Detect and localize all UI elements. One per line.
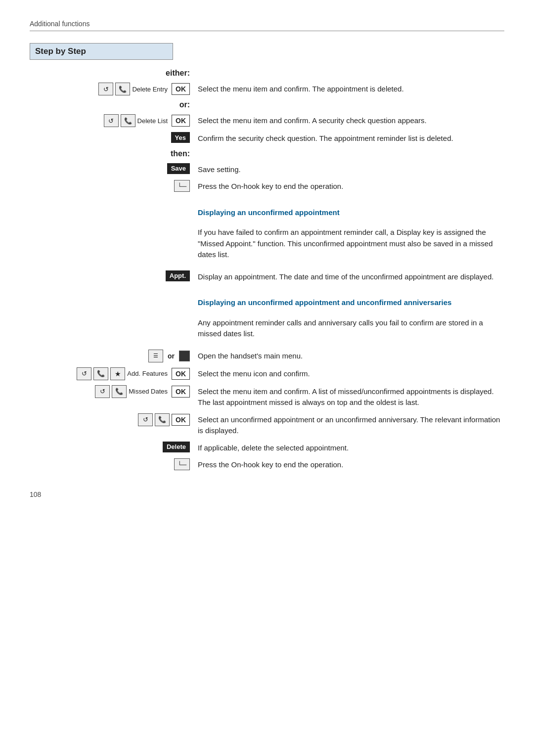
step-by-step-box: Step by Step (30, 43, 173, 60)
left-onhook-1: └─ (30, 180, 198, 192)
right-either (198, 69, 504, 70)
right-onhook-2: Press the On-hook key to end the operati… (198, 458, 504, 471)
right-delete-list: Select the menu item and confirm. A secu… (198, 114, 504, 127)
ctrl-save: Save (167, 163, 190, 174)
left-delete-btn: Delete (30, 442, 198, 452)
handset-icon-3: 📞 (93, 367, 108, 380)
ctrl-onhook-2: └─ (174, 458, 190, 470)
left-either: either: (30, 69, 198, 78)
row-then: then: (30, 149, 504, 158)
add-features-label: Add. Features (127, 370, 168, 377)
heading-unconfirmed: Displaying an unconfirmed appointment (198, 207, 504, 219)
row-delete-list: ↺ 📞 Delete List OK Select the menu item … (30, 114, 504, 127)
left-delete-list: ↺ 📞 Delete List OK (30, 114, 198, 127)
handset-icon-2: 📞 (121, 114, 135, 127)
row-delete-entry: ↺ 📞 Delete Entry OK Select the menu item… (30, 83, 504, 95)
right-appt: Display an appointment. The date and tim… (198, 270, 504, 283)
onhook-icon-2: └─ (174, 458, 190, 470)
phone-icon-2: ↺ (104, 114, 119, 127)
right-yes: Confirm the security check question. The… (198, 132, 504, 144)
body-unconfirmed2: Any appointment reminder calls and anniv… (198, 317, 504, 340)
left-appt: Appt. (30, 270, 198, 281)
ctrl-yes: Yes (171, 132, 190, 143)
right-heading-unconfirmed: Displaying an unconfirmed appointment (198, 204, 504, 222)
right-menu-or: Open the handset's main menu. (198, 350, 504, 362)
row-body-unconfirmed: If you have failed to confirm an appoint… (30, 226, 504, 266)
ctrl-delete-btn: Delete (163, 442, 190, 452)
right-then (198, 149, 504, 150)
right-heading-unconfirmed2: Displaying an unconfirmed appointment an… (198, 294, 504, 311)
left-add-features: ↺ 📞 ★ Add. Features OK (30, 367, 198, 380)
row-onhook-1: └─ Press the On-hook key to end the oper… (30, 180, 504, 192)
right-delete-btn: If applicable, delete the selected appoi… (198, 442, 504, 454)
ok-btn-add-features[interactable]: OK (172, 368, 190, 380)
row-delete-btn: Delete If applicable, delete the selecte… (30, 442, 504, 454)
right-body-unconfirmed2: Any appointment reminder calls and anniv… (198, 316, 504, 345)
ctrl-phone-ok: ↺ 📞 OK (138, 413, 190, 426)
right-add-features: Select the menu icon and confirm. (198, 367, 504, 380)
ctrl-onhook-1: └─ (174, 180, 190, 192)
phone-icon-1: ↺ (98, 83, 113, 95)
phone-icon-4: ↺ (95, 385, 110, 398)
ctrl-appt: Appt. (166, 270, 190, 281)
row-phone-ok: ↺ 📞 OK Select an unconfirmed appointment… (30, 413, 504, 437)
left-or: or: (30, 100, 198, 109)
handset-icon-4: 📞 (112, 385, 127, 398)
square-icon (179, 351, 190, 361)
either-label: either: (30, 69, 190, 78)
row-appt: Appt. Display an appointment. The date a… (30, 270, 504, 283)
ctrl-add-features: ↺ 📞 ★ Add. Features OK (77, 367, 190, 380)
onhook-icon-1: └─ (174, 180, 190, 192)
left-delete-entry: ↺ 📞 Delete Entry OK (30, 83, 198, 95)
left-missed-dates: ↺ 📞 Missed Dates OK (30, 385, 198, 398)
row-menu-or: ☰ or Open the handset's main menu. (30, 350, 504, 362)
delete-list-label: Delete List (137, 117, 168, 125)
row-or: or: (30, 100, 504, 109)
delete-entry-label: Delete Entry (132, 86, 168, 93)
main-content: either: ↺ 📞 Delete Entry OK Select the m… (30, 69, 504, 476)
page-header: Additional functions (30, 20, 504, 28)
right-save: Save setting. (198, 163, 504, 176)
right-delete-entry: Select the menu item and confirm. The ap… (198, 83, 504, 95)
then-label: then: (30, 149, 190, 158)
right-phone-ok: Select an unconfirmed appointment or an … (198, 413, 504, 437)
ok-btn-delete-list[interactable]: OK (172, 115, 190, 127)
ctrl-delete-entry: ↺ 📞 Delete Entry OK (98, 83, 190, 95)
menu-icon: ☰ (148, 350, 163, 362)
header-divider (30, 31, 504, 31)
row-yes: Yes Confirm the security check question.… (30, 132, 504, 144)
page-number: 108 (30, 490, 504, 498)
heading-unconfirmed2: Displaying an unconfirmed appointment an… (198, 297, 504, 309)
missed-dates-label: Missed Dates (129, 388, 168, 395)
row-missed-dates: ↺ 📞 Missed Dates OK Select the menu item… (30, 385, 504, 408)
ok-btn-phone[interactable]: OK (172, 414, 190, 426)
left-onhook-2: └─ (30, 458, 198, 470)
delete-btn[interactable]: Delete (163, 442, 190, 452)
row-body-unconfirmed2: Any appointment reminder calls and anniv… (30, 316, 504, 345)
row-save: Save Save setting. (30, 163, 504, 176)
right-or (198, 100, 504, 101)
right-missed-dates: Select the menu item and confirm. A list… (198, 385, 504, 408)
left-phone-ok: ↺ 📞 OK (30, 413, 198, 426)
save-btn[interactable]: Save (167, 163, 190, 174)
ctrl-missed-dates: ↺ 📞 Missed Dates OK (95, 385, 190, 398)
row-heading-unconfirmed: Displaying an unconfirmed appointment (30, 204, 504, 222)
row-either: either: (30, 69, 504, 78)
row-add-features: ↺ 📞 ★ Add. Features OK Select the menu i… (30, 367, 504, 380)
ctrl-delete-list: ↺ 📞 Delete List OK (104, 114, 190, 127)
yes-btn[interactable]: Yes (171, 132, 190, 143)
handset-icon-5: 📞 (155, 413, 170, 426)
body-unconfirmed: If you have failed to confirm an appoint… (198, 227, 504, 261)
left-yes: Yes (30, 132, 198, 143)
left-menu-or: ☰ or (30, 350, 198, 362)
appt-btn[interactable]: Appt. (166, 270, 190, 281)
ctrl-menu-or: ☰ or (148, 350, 190, 362)
right-body-unconfirmed: If you have failed to confirm an appoint… (198, 226, 504, 266)
left-then: then: (30, 149, 198, 158)
ok-btn-delete-entry[interactable]: OK (172, 83, 190, 95)
row-onhook-2: └─ Press the On-hook key to end the oper… (30, 458, 504, 471)
phone-icon-3: ↺ (77, 367, 91, 380)
star-icon: ★ (110, 367, 125, 380)
left-save: Save (30, 163, 198, 174)
ok-btn-missed-dates[interactable]: OK (172, 386, 190, 398)
